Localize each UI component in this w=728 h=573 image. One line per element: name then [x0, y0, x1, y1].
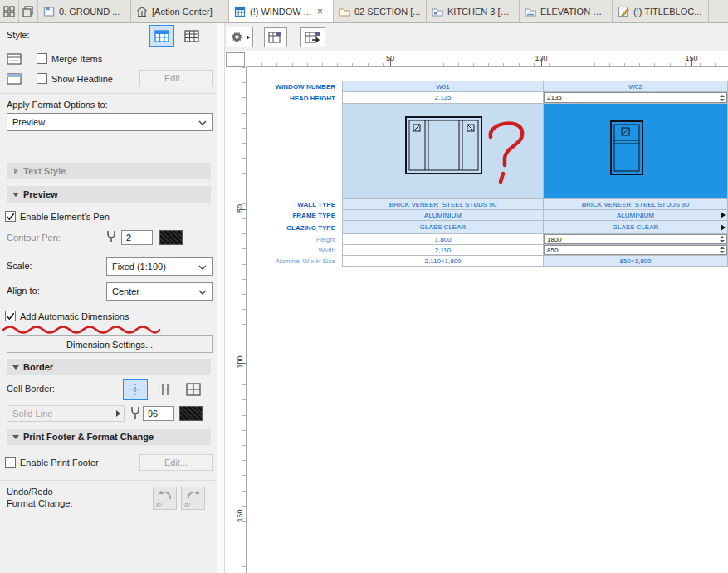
print-footer-edit-button[interactable]: Edit... — [139, 454, 213, 471]
tab-titleblock[interactable]: (!) TITLEBLOC... — [613, 0, 709, 22]
spin-up-icon[interactable] — [720, 95, 725, 97]
ruler-options-button[interactable]: ... — [226, 52, 245, 67]
w01-preview-cell[interactable] — [342, 104, 544, 199]
ruler-major-tick — [390, 58, 391, 66]
cell-border-vertical-button[interactable] — [153, 379, 178, 400]
enable-print-footer-checkbox[interactable] — [5, 457, 16, 468]
w01-glazing-type-cell[interactable]: GLASS CLEAR — [342, 221, 544, 234]
preview-row — [255, 104, 728, 199]
cell-value: GLASS CLEAR — [613, 223, 659, 231]
w02-frame-type-cell[interactable]: ALUMINIUM — [544, 210, 728, 221]
tab-action-center[interactable]: [Action Center] — [131, 0, 229, 22]
row-label: WALL TYPE — [255, 199, 342, 210]
w01-width-cell[interactable]: 2,110 — [342, 245, 544, 256]
edit-scheme-button[interactable] — [264, 27, 287, 47]
row-label: GLAZING TYPE — [255, 221, 342, 234]
w02-window-number-cell[interactable]: W02 — [544, 81, 728, 92]
cell-value: ALUMINIUM — [617, 212, 654, 219]
contour-pen-color-button[interactable] — [159, 230, 183, 245]
section-label: Print Footer & Format Change — [23, 432, 154, 442]
redo-format-change-button[interactable]: B/ — [181, 487, 205, 510]
tab-bar: 0. GROUND ... [Action Center] (!) WINDOW… — [0, 0, 728, 23]
w02-height-cell: 1800 — [544, 234, 728, 245]
style-plain-table-button[interactable] — [179, 25, 204, 47]
elevation-icon — [525, 6, 536, 17]
w02-head-height-input[interactable]: 2135 — [544, 92, 727, 103]
enable-elements-pen-checkbox[interactable] — [5, 211, 16, 222]
spin-down-icon[interactable] — [720, 251, 725, 253]
dimension-settings-button[interactable]: Dimension Settings... — [7, 335, 213, 353]
w01-height-cell[interactable]: 1,800 — [342, 234, 544, 245]
schedule-canvas[interactable]: WINDOW NUMBER W01 W02 HEAD HEIGHT 2,135 … — [247, 67, 728, 573]
chevron-right-icon — [116, 410, 120, 417]
cell-border-inner-button[interactable] — [123, 379, 148, 400]
tab-window-schedule[interactable]: (!) WINDOW ... × — [229, 0, 334, 22]
spin-down-icon[interactable] — [720, 99, 725, 101]
red-question-mark-annotation — [486, 119, 529, 187]
merge-items-checkbox[interactable] — [37, 53, 47, 64]
w01-wall-type-cell[interactable]: BRICK VENEER_STEEL STUDS 90 — [342, 199, 544, 210]
panel-scrollbar[interactable] — [217, 23, 225, 573]
w02-preview-cell[interactable] — [544, 104, 728, 199]
spin-up-icon[interactable] — [720, 236, 725, 238]
spin-up-icon[interactable] — [720, 247, 725, 249]
schedule-toolbar — [225, 23, 728, 51]
w01-frame-type-cell[interactable]: ALUMINIUM — [342, 210, 544, 221]
archicad-window: 0. GROUND ... [Action Center] (!) WINDOW… — [0, 0, 728, 573]
preview-section-header[interactable]: Preview — [7, 186, 211, 203]
border-pen-color-button[interactable] — [179, 406, 203, 421]
ruler-number: 50 — [236, 202, 244, 215]
tab-kitchen-view[interactable]: KITCHEN 3 [KI... — [427, 0, 520, 22]
w02-width-input[interactable]: 850 — [544, 245, 727, 255]
spin-down-icon[interactable] — [720, 240, 725, 242]
schedule-icon — [234, 6, 246, 17]
value-picker-arrow-icon[interactable] — [721, 224, 726, 231]
apply-format-dropdown[interactable]: Preview — [7, 113, 213, 131]
tab-section[interactable]: 02 SECTION [... — [334, 0, 427, 22]
contour-pen-input[interactable]: 2 — [121, 230, 153, 245]
w01-head-height-cell[interactable]: 2,135 — [342, 92, 544, 104]
table-row: FRAME TYPE ALUMINIUM ALUMINIUM — [255, 210, 728, 221]
transfer-settings-button[interactable] — [300, 27, 325, 47]
ruler-ticks — [242, 67, 246, 573]
style-grid-view-button[interactable] — [149, 25, 174, 47]
text-style-section-header[interactable]: Text Style — [7, 163, 211, 179]
tab-ground-floor[interactable]: 0. GROUND ... — [38, 0, 131, 22]
border-section-header[interactable]: Border — [7, 359, 211, 375]
cell-border-all-button[interactable] — [181, 379, 206, 400]
tab-label: KITCHEN 3 [KI... — [447, 7, 514, 17]
close-tab-icon[interactable]: × — [317, 7, 323, 17]
w02-nominal-size-cell[interactable]: 850×1,800 — [544, 256, 728, 267]
scale-label: Scale: — [7, 261, 32, 271]
w02-height-input[interactable]: 1800 — [544, 234, 727, 244]
tab-elevation[interactable]: ELEVATION D... — [520, 0, 613, 22]
spinner-control[interactable] — [718, 246, 726, 254]
border-pen-input[interactable]: 96 — [143, 406, 174, 421]
w01-window-number-cell[interactable]: W01 — [342, 81, 544, 92]
print-footer-section-header[interactable]: Print Footer & Format Change — [7, 429, 211, 445]
w02-wall-type-cell[interactable]: BRICK VENEER_STEEL STUDS 90 — [544, 199, 728, 210]
chevron-right-icon — [14, 168, 18, 174]
apply-format-value: Preview — [12, 117, 45, 127]
align-to-dropdown[interactable]: Center — [106, 282, 213, 301]
border-line-type-dropdown[interactable]: Solid Line — [7, 405, 125, 422]
add-auto-dimensions-checkbox[interactable] — [5, 311, 16, 321]
scale-dropdown[interactable]: Fixed (1:100) — [106, 257, 213, 276]
spinner-control[interactable] — [718, 93, 726, 102]
undo-format-change-button[interactable]: B/ — [153, 487, 177, 510]
headline-edit-button[interactable]: Edit... — [139, 70, 213, 86]
scheme-settings-button[interactable] — [227, 27, 253, 47]
show-headline-checkbox[interactable] — [37, 73, 47, 84]
divider — [0, 93, 217, 94]
new-tab-icon[interactable] — [19, 0, 38, 22]
enable-elements-pen-label: Enable Element's Pen — [20, 212, 110, 222]
tab-overview-icon[interactable] — [0, 0, 19, 22]
input-value: 1800 — [547, 236, 562, 243]
align-to-value: Center — [112, 286, 139, 296]
value-picker-arrow-icon[interactable] — [721, 212, 726, 218]
spinner-control[interactable] — [718, 235, 726, 243]
tab-label: ELEVATION D... — [540, 7, 607, 17]
w02-glazing-type-cell[interactable]: GLASS CLEAR — [544, 221, 728, 234]
redo-arrow-icon — [185, 490, 202, 502]
w01-nominal-size-cell[interactable]: 2,110×1,800 — [342, 256, 544, 267]
